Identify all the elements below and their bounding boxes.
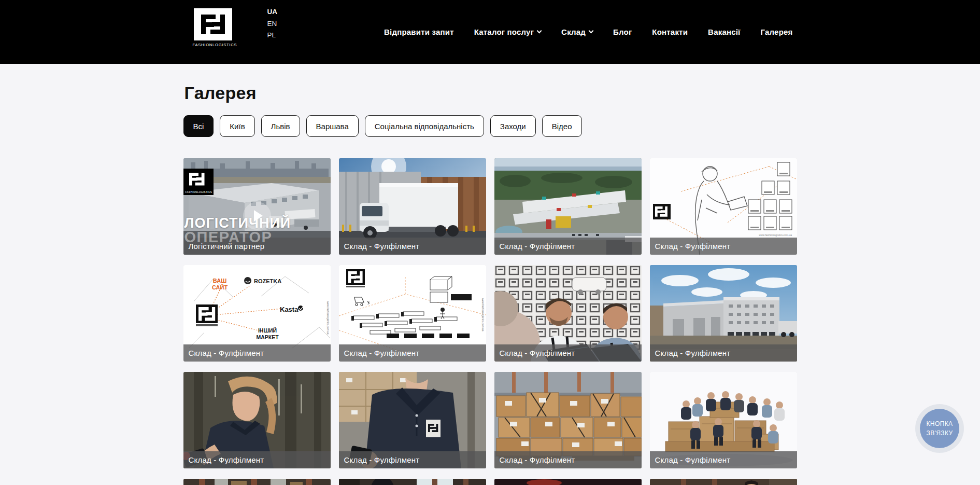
gallery-card-office-team[interactable]: Склад - Фулфілмент bbox=[494, 265, 642, 362]
filter-all[interactable]: Всі bbox=[183, 115, 214, 137]
card-caption: Склад - Фулфілмент bbox=[650, 344, 797, 362]
gallery-card-partial-2[interactable] bbox=[339, 479, 486, 485]
lang-ua[interactable]: UA bbox=[267, 8, 278, 16]
video-watermark-logo: FASHIONLOGISTICS bbox=[183, 169, 214, 195]
chevron-down-icon bbox=[537, 29, 542, 34]
brand-logo[interactable]: FASHIONLOGISTICS bbox=[193, 8, 233, 47]
language-switcher: UA EN PL bbox=[267, 8, 278, 39]
gallery-card-parcel-boxes[interactable]: Склад - Фулфілмент bbox=[494, 372, 642, 468]
fl-logo-icon bbox=[194, 8, 232, 40]
svg-text:САЙТ: САЙТ bbox=[211, 284, 228, 290]
nav-vacancies[interactable]: Вакансії bbox=[708, 27, 740, 36]
card-caption: Склад - Фулфілмент bbox=[494, 451, 642, 468]
contact-fab-button[interactable]: КНОПКА ЗВ'ЯЗКУ bbox=[915, 404, 964, 453]
svg-text:МАРКЕТ: МАРКЕТ bbox=[256, 334, 279, 340]
card-caption: Склад - Фулфілмент bbox=[339, 451, 486, 468]
nav-send-request[interactable]: Відправити запит bbox=[384, 27, 454, 36]
gallery-card-worker-scanner[interactable]: Склад - Фулфілмент bbox=[183, 372, 331, 468]
gallery-card-partial-4[interactable] bbox=[650, 479, 797, 485]
filter-social-responsibility[interactable]: Соціальна відповідальність bbox=[365, 115, 484, 137]
nav-blog[interactable]: Блог bbox=[613, 27, 632, 36]
gallery-card-partial-3[interactable] bbox=[494, 479, 642, 485]
svg-text:Kasta: Kasta bbox=[280, 306, 299, 313]
filter-kyiv[interactable]: Київ bbox=[220, 115, 254, 137]
gallery-card-video-logistics-operator[interactable]: FASHIONLOGISTICS ЛОГІСТИЧНИЙ ОПЕРАТОР Ло… bbox=[183, 158, 331, 255]
svg-text:ІНШИЙ: ІНШИЙ bbox=[258, 327, 276, 334]
page-title: Галерея bbox=[184, 83, 797, 103]
gallery-card-team-photo[interactable]: Склад - Фулфілмент bbox=[650, 372, 797, 468]
play-icon[interactable] bbox=[243, 202, 271, 230]
chevron-down-icon bbox=[589, 29, 594, 34]
lang-pl[interactable]: PL bbox=[267, 32, 278, 39]
nav-services-catalog[interactable]: Каталог послуг bbox=[474, 27, 541, 36]
card-caption: Склад - Фулфілмент bbox=[183, 451, 331, 468]
photo-worker-in-racks bbox=[339, 479, 486, 485]
card-caption: Склад - Фулфілмент bbox=[494, 238, 642, 255]
site-header: FASHIONLOGISTICS UA EN PL Відправити зап… bbox=[0, 0, 980, 64]
filter-video[interactable]: Відео bbox=[542, 115, 582, 137]
card-caption: Склад - Фулфілмент bbox=[650, 451, 797, 468]
gallery-card-worker-polo[interactable]: Склад - Фулфілмент bbox=[339, 372, 486, 468]
filter-warsaw[interactable]: Варшава bbox=[306, 115, 359, 137]
filter-lviv[interactable]: Львів bbox=[261, 115, 300, 137]
lang-en[interactable]: EN bbox=[267, 20, 278, 27]
gallery-card-worker-sketch[interactable]: www.fashionlogistics.com.ua Склад - Фулф… bbox=[650, 158, 797, 255]
main-nav: Відправити запит Каталог послуг Склад Бл… bbox=[384, 0, 792, 64]
gallery-filters: Всі Київ Львів Варшава Соціальна відпові… bbox=[183, 115, 797, 137]
svg-text:ВАШ: ВАШ bbox=[212, 278, 226, 284]
photo-worker-face-racks bbox=[650, 479, 797, 485]
card-caption: Склад - Фулфілмент bbox=[494, 344, 642, 362]
svg-text:www.fashionlogistics.com.ua: www.fashionlogistics.com.ua bbox=[326, 301, 330, 335]
nav-gallery[interactable]: Галерея bbox=[761, 27, 793, 36]
gallery-grid: FASHIONLOGISTICS ЛОГІСТИЧНИЙ ОПЕРАТОР Ло… bbox=[183, 158, 797, 485]
gallery-card-warehouse-building[interactable]: Склад - Фулфілмент bbox=[650, 265, 797, 362]
photo-warehouse-racks bbox=[183, 479, 331, 485]
card-caption: Склад - Фулфілмент bbox=[183, 344, 331, 362]
gallery-page: Галерея Всі Київ Львів Варшава Соціальна… bbox=[183, 83, 797, 485]
svg-text:www.fashionlogistics.com.ua: www.fashionlogistics.com.ua bbox=[481, 298, 485, 331]
gallery-card-sales-channels-diagram[interactable]: ВАШ САЙТ ROZETKA Kasta ІНШИЙ МАРКЕТ www.… bbox=[183, 265, 331, 362]
filter-events[interactable]: Заходи bbox=[490, 115, 536, 137]
gallery-card-industrial-park[interactable]: Склад - Фулфілмент bbox=[494, 158, 642, 255]
gallery-card-truck[interactable]: Склад - Фулфілмент bbox=[339, 158, 486, 255]
card-caption: Склад - Фулфілмент bbox=[339, 344, 486, 362]
fl-logo-icon bbox=[187, 171, 210, 190]
brand-name: FASHIONLOGISTICS bbox=[193, 43, 233, 47]
card-caption: Склад - Фулфілмент bbox=[650, 238, 797, 255]
contact-fab-label: КНОПКА ЗВ'ЯЗКУ bbox=[920, 409, 959, 448]
photo-dark-warehouse bbox=[494, 479, 642, 485]
video-overlay-title-line2: ОПЕРАТОР bbox=[184, 229, 273, 246]
nav-warehouse[interactable]: Склад bbox=[561, 27, 593, 36]
card-caption: Склад - Фулфілмент bbox=[339, 238, 486, 255]
gallery-card-warehouse-scheme[interactable]: www.fashionlogistics.com.ua Склад - Фулф… bbox=[339, 265, 486, 362]
gallery-card-partial-1[interactable] bbox=[183, 479, 331, 485]
nav-contacts[interactable]: Контакти bbox=[652, 27, 688, 36]
svg-text:ROZETKA: ROZETKA bbox=[254, 278, 281, 284]
svg-text:www.fashionlogistics.com.ua: www.fashionlogistics.com.ua bbox=[759, 233, 792, 237]
